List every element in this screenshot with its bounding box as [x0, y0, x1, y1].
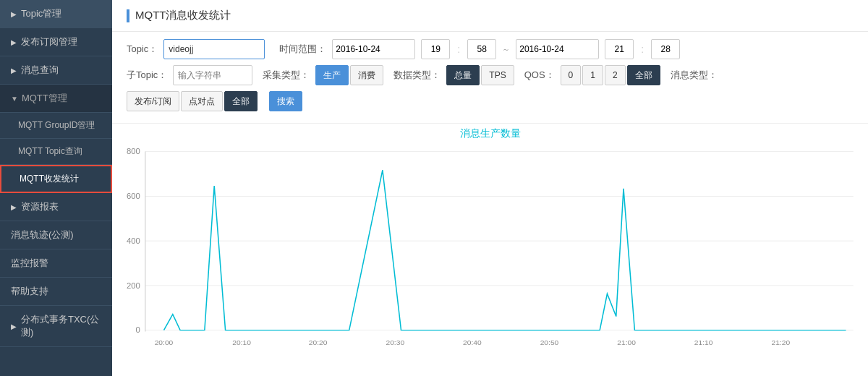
- collect-type-label: 采集类型：: [263, 69, 310, 82]
- start-hour-input[interactable]: [421, 39, 450, 59]
- sidebar-item-pub-sub[interactable]: ▶ 发布订阅管理: [0, 28, 112, 56]
- topic-label: Topic：: [127, 43, 158, 56]
- msg-type-group: 发布/订阅 点对点 全部: [127, 91, 258, 111]
- sidebar-item-mqtt-stat[interactable]: MQTT收发统计: [0, 165, 112, 193]
- arrow-down-icon: ▼: [11, 95, 18, 103]
- svg-text:20:50: 20:50: [540, 339, 559, 347]
- svg-text:20:00: 20:00: [155, 339, 174, 347]
- sidebar-item-help[interactable]: 帮助支持: [0, 278, 112, 306]
- sidebar-item-topic-mgmt[interactable]: ▶ Topic管理: [0, 0, 112, 28]
- controls-area: Topic： 时间范围： : ～ : 子Topic： 采集类型： 生产 消费 数…: [112, 32, 868, 124]
- chart-container: 消息生产数量 800 600 400 200 0 20:00 20:10 20:…: [112, 124, 868, 376]
- btn-msg-pubsub[interactable]: 发布/订阅: [127, 91, 179, 111]
- svg-text:400: 400: [127, 236, 140, 245]
- btn-msg-p2p[interactable]: 点对点: [181, 91, 223, 111]
- arrow-icon: ▶: [11, 322, 17, 330]
- btn-collect-consume[interactable]: 消费: [350, 65, 383, 85]
- end-min-input[interactable]: [651, 39, 680, 59]
- arrow-icon: ▶: [11, 38, 17, 46]
- arrow-icon: ▶: [11, 203, 17, 211]
- time-range-label: 时间范围：: [279, 43, 326, 56]
- chart-svg: 800 600 400 200 0 20:00 20:10 20:20 20:3…: [119, 146, 861, 366]
- arrow-icon: ▶: [11, 10, 17, 18]
- svg-text:200: 200: [127, 281, 140, 290]
- btn-qos-1[interactable]: 1: [582, 65, 603, 85]
- search-button[interactable]: 搜索: [269, 91, 302, 111]
- svg-text:21:00: 21:00: [617, 339, 636, 347]
- qos-group: 0 1 2 全部: [561, 65, 660, 85]
- sidebar-item-resource-report[interactable]: ▶ 资源报表: [0, 193, 112, 221]
- start-date-input[interactable]: [332, 39, 415, 59]
- start-min-input[interactable]: [467, 39, 496, 59]
- chart-wrapper: 800 600 400 200 0 20:00 20:10 20:20 20:3…: [119, 146, 861, 366]
- end-hour-input[interactable]: [605, 39, 634, 59]
- control-row-1: Topic： 时间范围： : ～ :: [127, 39, 854, 59]
- svg-text:600: 600: [127, 192, 140, 201]
- svg-text:21:10: 21:10: [694, 339, 713, 347]
- btn-collect-produce[interactable]: 生产: [315, 65, 349, 85]
- title-bar-decoration: [127, 9, 129, 22]
- sidebar: ▶ Topic管理 ▶ 发布订阅管理 ▶ 消息查询 ▼ MQTT管理 MQTT …: [0, 0, 112, 376]
- sidebar-item-mqtt-topic-query[interactable]: MQTT Topic查询: [0, 139, 112, 165]
- sidebar-item-distributed-tx[interactable]: ▶ 分布式事务TXC(公测): [0, 306, 112, 347]
- sidebar-item-msg-query[interactable]: ▶ 消息查询: [0, 56, 112, 85]
- page-title: MQTT消息收发统计: [135, 9, 231, 22]
- btn-qos-all[interactable]: 全部: [627, 65, 660, 85]
- qos-label: QOS：: [524, 69, 555, 82]
- svg-text:800: 800: [127, 148, 140, 156]
- colon-sep-2: :: [639, 43, 645, 55]
- btn-msg-all[interactable]: 全部: [224, 91, 258, 111]
- arrow-icon: ▶: [11, 67, 17, 74]
- end-date-input[interactable]: [516, 39, 599, 59]
- sub-topic-input[interactable]: [173, 65, 252, 85]
- btn-qos-2[interactable]: 2: [605, 65, 626, 85]
- sidebar-item-mqtt-groupid[interactable]: MQTT GroupID管理: [0, 113, 112, 139]
- btn-qos-0[interactable]: 0: [561, 65, 582, 85]
- sidebar-group-mqtt[interactable]: ▼ MQTT管理: [0, 85, 112, 113]
- data-type-group: 总量 TPS: [446, 65, 514, 85]
- svg-text:21:20: 21:20: [771, 339, 790, 347]
- data-type-label: 数据类型：: [393, 69, 441, 82]
- svg-text:20:30: 20:30: [386, 339, 404, 347]
- collect-type-group: 生产 消费: [315, 65, 383, 85]
- control-row-2: 子Topic： 采集类型： 生产 消费 数据类型： 总量 TPS QOS： 0 …: [127, 65, 854, 111]
- svg-text:20:40: 20:40: [463, 339, 482, 347]
- chart-title: 消息生产数量: [119, 127, 861, 140]
- page-header: MQTT消息收发统计: [112, 0, 868, 32]
- sidebar-item-msg-trace[interactable]: 消息轨迹(公测): [0, 221, 112, 249]
- topic-input[interactable]: [163, 39, 265, 59]
- svg-text:20:10: 20:10: [232, 339, 251, 347]
- sidebar-item-monitor[interactable]: 监控报警: [0, 249, 112, 278]
- msg-type-label: 消息类型：: [671, 69, 718, 82]
- sub-topic-label: 子Topic：: [127, 69, 167, 82]
- main-content: MQTT消息收发统计 Topic： 时间范围： : ～ : 子Topic： 采集…: [112, 0, 868, 376]
- colon-sep-1: :: [456, 43, 461, 55]
- btn-data-total[interactable]: 总量: [446, 65, 480, 85]
- tilde-sep: ～: [502, 44, 510, 55]
- svg-text:20:20: 20:20: [309, 339, 328, 347]
- btn-data-tps[interactable]: TPS: [481, 65, 514, 85]
- svg-text:0: 0: [135, 326, 140, 335]
